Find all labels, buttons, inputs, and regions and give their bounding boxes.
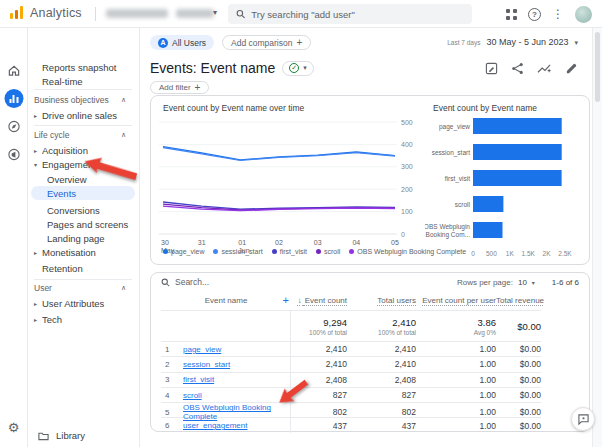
table-row-page-view: 1page_view2,4102,4101.00$0.00: [161, 341, 541, 356]
event-name-link[interactable]: session_start: [183, 360, 230, 369]
bar-chart: page_viewsession_startfirst_visitscrollO…: [425, 114, 585, 262]
home-icon[interactable]: [7, 64, 20, 77]
audience-chip[interactable]: A All Users: [150, 35, 214, 50]
sidebar-item-overview[interactable]: Overview: [28, 172, 136, 186]
svg-text:100: 100: [401, 208, 413, 215]
svg-text:500: 500: [486, 250, 497, 257]
table-row-user-engagement: 6user_engagement4374371.00$0.00: [161, 417, 541, 432]
column-header-event-name[interactable]: Event name +: [161, 296, 291, 305]
sidebar-item-tech[interactable]: ▸Tech: [28, 312, 136, 326]
scrollbar-thumb[interactable]: [595, 32, 600, 102]
feedback-button[interactable]: [571, 407, 595, 431]
sidebar-section-life-cycle[interactable]: Life cycle∧: [28, 128, 136, 142]
svg-text:OBS Webplugin: OBS Webplugin: [425, 223, 470, 231]
sidebar-item-conversions[interactable]: Conversions: [28, 203, 136, 217]
add-comparison-chip[interactable]: Add comparison +: [222, 35, 311, 50]
chevron-up-icon: ∧: [121, 131, 126, 139]
table-search[interactable]: [161, 277, 295, 287]
global-search[interactable]: [228, 4, 472, 24]
cell-event-count-per-user: 1.00: [416, 421, 496, 431]
chevron-up-icon: ∧: [121, 96, 126, 104]
sidebar-item-monetisation[interactable]: ▸Monetisation: [28, 245, 136, 259]
more-vert-icon[interactable]: ⋮: [552, 8, 564, 20]
edit-comparisons-icon[interactable]: [485, 62, 498, 75]
cell-event-count-per-user: 1.00: [416, 407, 496, 417]
search-input[interactable]: [251, 9, 464, 20]
data-quality-badge[interactable]: ✓ ▾: [282, 61, 314, 76]
help-icon[interactable]: ?: [528, 8, 541, 21]
cell-event-count: 827: [291, 390, 347, 400]
scrollbar[interactable]: [592, 28, 602, 447]
plus-icon: +: [195, 82, 201, 93]
add-dimension-icon[interactable]: +: [283, 294, 289, 306]
column-header-total-revenue[interactable]: Total revenue: [496, 296, 541, 305]
sidebar-item-engagement[interactable]: ▾Engagement: [28, 157, 136, 171]
rows-per-page-select[interactable]: 10: [518, 278, 527, 287]
apps-grid-icon[interactable]: [506, 9, 517, 20]
caret-down-icon: ▾: [574, 39, 578, 47]
avatar[interactable]: [575, 6, 592, 23]
advertising-icon[interactable]: [7, 148, 20, 161]
legend-item-first-visit[interactable]: first_visit: [272, 248, 307, 255]
legend-dot-icon: [349, 249, 354, 254]
sidebar-item-events[interactable]: Events: [31, 186, 135, 200]
event-name-link[interactable]: user_engagement: [183, 421, 248, 430]
table-row-first-visit: 3first_visit2,4082,4081.00$0.00: [161, 372, 541, 387]
column-header-event-count-per-user[interactable]: Event count per user: [416, 296, 496, 305]
legend-item-page-view[interactable]: page_view: [163, 248, 204, 255]
legend-item-scroll[interactable]: scroll: [316, 248, 340, 255]
sidebar-item-landing-page[interactable]: Landing page: [28, 231, 136, 245]
library-folder-icon: [38, 431, 49, 441]
event-name-link[interactable]: first_visit: [183, 375, 214, 384]
column-header-event-count[interactable]: ↓ Event count: [291, 296, 347, 305]
explore-icon[interactable]: [7, 120, 20, 133]
svg-text:30: 30: [161, 239, 169, 246]
chevron-up-icon: ∧: [121, 284, 126, 292]
svg-text:500: 500: [401, 119, 413, 126]
event-name-link[interactable]: page_view: [183, 345, 221, 354]
customize-report-pencil-icon[interactable]: [565, 62, 578, 75]
account-caret-icon[interactable]: ▾: [213, 8, 217, 17]
feedback-bubble-icon: [578, 414, 589, 425]
sidebar-item-retention[interactable]: Retention: [28, 261, 136, 275]
column-header-total-users[interactable]: Total users: [347, 296, 416, 305]
sidebar-item-drive-online-sales[interactable]: ▸Drive online sales: [28, 108, 136, 122]
sidebar-item-pages-and-screens[interactable]: Pages and screens: [28, 217, 136, 231]
row-index: 1: [161, 345, 183, 354]
sidebar-item-user-attributes[interactable]: ▸User Attributes: [28, 296, 136, 310]
svg-text:page_view: page_view: [439, 123, 470, 131]
chevron-right-icon: ▸: [34, 249, 42, 256]
row-index: 2: [161, 360, 183, 369]
event-name-link[interactable]: scroll: [183, 391, 202, 400]
caret-down-icon[interactable]: ▾: [532, 279, 535, 286]
admin-gear-icon[interactable]: ⚙: [8, 420, 20, 435]
svg-text:02: 02: [275, 239, 283, 246]
brand-title: Analytics: [30, 6, 82, 20]
line-series-session-start: [163, 148, 395, 161]
share-icon[interactable]: [511, 62, 524, 75]
cell-total-revenue: $0.00: [496, 390, 541, 400]
insights-icon[interactable]: [537, 62, 552, 75]
svg-text:1K: 1K: [506, 250, 515, 257]
sidebar-section-user[interactable]: User∧: [28, 281, 136, 295]
svg-text:2K: 2K: [543, 250, 552, 257]
add-filter-chip[interactable]: Add filter +: [150, 81, 209, 94]
cell-total-revenue: $0.00: [496, 344, 541, 354]
table-search-input[interactable]: [175, 277, 295, 287]
sidebar-item-reports-snapshot[interactable]: Reports snapshot: [28, 60, 136, 74]
sidebar-section-business-objectives[interactable]: Business objectives∧: [28, 93, 136, 107]
svg-text:session_start: session_start: [432, 149, 470, 157]
legend-item-session-start[interactable]: session_start: [213, 248, 262, 255]
sidebar-item-acquisition[interactable]: ▸Acquisition: [28, 143, 136, 157]
legend-dot-icon: [213, 249, 218, 254]
table-row-obs-webplugin-booking-complete: 5OBS Webplugin Booking Complete8028021.0…: [161, 402, 541, 417]
cell-event-count-per-user: 1.00: [416, 390, 496, 400]
date-range-picker[interactable]: Last 7 days 30 May - 5 Jun 2023 ▾: [447, 37, 578, 47]
row-index: 5: [161, 408, 183, 417]
divider: [34, 89, 132, 90]
account-switcher[interactable]: [106, 9, 214, 18]
reports-icon[interactable]: [4, 89, 23, 108]
sidebar-item-library[interactable]: Library: [38, 430, 85, 441]
sidebar-item-real-time[interactable]: Real-time: [28, 74, 136, 88]
table-row-session-start: 2session_start2,4102,4101.00$0.00: [161, 356, 541, 371]
